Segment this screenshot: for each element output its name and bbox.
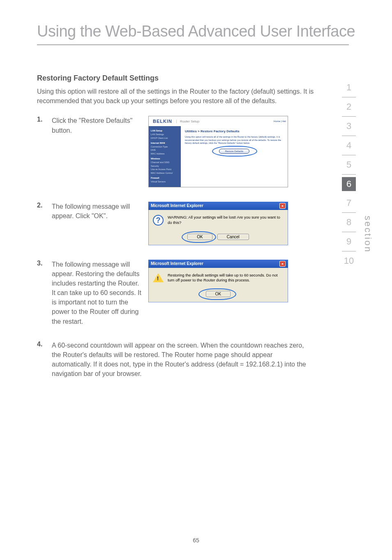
nav-group: Internet WAN bbox=[151, 141, 179, 145]
nav-item: Use as Access Point bbox=[151, 168, 179, 171]
ok-button[interactable]: OK bbox=[187, 234, 212, 240]
section-nav-item[interactable]: 10 bbox=[342, 251, 356, 270]
intro-paragraph: Using this option will restore all of th… bbox=[37, 87, 318, 106]
belkin-logo: BELKIN bbox=[149, 116, 176, 126]
page-title: Using the Web-Based Advanced User Interf… bbox=[0, 0, 392, 44]
section-nav-item[interactable]: 7 bbox=[342, 194, 356, 213]
section-nav: 1 2 3 4 5 6 7 8 9 10 bbox=[342, 78, 356, 270]
section-nav-item[interactable]: 5 bbox=[342, 155, 356, 175]
section-heading: Restoring Factory Default Settings bbox=[37, 74, 318, 83]
dialog-titlebar: Microsoft Internet Explorer × bbox=[148, 260, 288, 268]
question-icon: ? bbox=[153, 215, 164, 226]
nav-item: Virtual Servers bbox=[151, 180, 179, 184]
step-text: The following message will appear. Resto… bbox=[52, 260, 148, 326]
nav-item: DHCP Client List bbox=[151, 136, 179, 140]
dialog-message: WARNING: All your settings will be lost!… bbox=[168, 215, 284, 225]
nav-item: MAC Address bbox=[151, 152, 179, 156]
section-nav-item[interactable]: 3 bbox=[342, 117, 356, 136]
nav-group: Firewall bbox=[151, 176, 179, 180]
step-number: 2. bbox=[37, 202, 52, 209]
step-1: 1. Click the "Restore Defaults" button. … bbox=[37, 116, 318, 187]
step-number: 1. bbox=[37, 116, 52, 123]
nav-group: Wireless bbox=[151, 157, 179, 161]
warning-icon bbox=[153, 273, 164, 282]
nav-item: LAN Settings bbox=[151, 133, 179, 136]
router-sidebar: LAN Setup LAN Settings DHCP Client List … bbox=[149, 126, 181, 187]
restore-description: Using this option will restore all of th… bbox=[185, 136, 284, 144]
cancel-button[interactable]: Cancel bbox=[217, 234, 249, 240]
nav-item: DNS bbox=[151, 148, 179, 152]
section-nav-item[interactable]: 1 bbox=[342, 78, 356, 97]
step-text: A 60-second countdown will appear on the… bbox=[52, 341, 318, 379]
nav-item: Security bbox=[151, 164, 179, 168]
nav-group: LAN Setup bbox=[151, 129, 179, 133]
close-icon[interactable]: × bbox=[279, 261, 286, 267]
nav-item: Connection Type bbox=[151, 145, 179, 149]
section-nav-item[interactable]: 2 bbox=[342, 97, 356, 117]
page-number: 65 bbox=[0, 537, 392, 544]
dialog-message: Restoring the default settings will take… bbox=[168, 273, 284, 283]
step-number: 4. bbox=[37, 341, 52, 348]
breadcrumb: Utilities > Restore Factory Defaults bbox=[185, 129, 284, 133]
screenshot-restoring-dialog: Microsoft Internet Explorer × Restoring … bbox=[148, 260, 318, 303]
step-number: 3. bbox=[37, 260, 52, 267]
section-label: section bbox=[362, 216, 373, 253]
ok-button[interactable]: OK bbox=[206, 291, 231, 297]
main-content: Restoring Factory Default Settings Using… bbox=[0, 45, 392, 379]
step-text: Click the "Restore Defaults" button. bbox=[52, 116, 148, 135]
nav-item: Channel and SSID bbox=[151, 161, 179, 164]
screenshot-warning-dialog: Microsoft Internet Explorer × ? WARNING:… bbox=[148, 202, 318, 245]
home-help-link: Home | Hel bbox=[274, 120, 288, 122]
nav-item: MAC Address Control bbox=[151, 171, 179, 175]
restore-defaults-button[interactable]: Restore Defaults bbox=[219, 149, 250, 154]
dialog-title: Microsoft Internet Explorer bbox=[151, 203, 203, 208]
dialog-titlebar: Microsoft Internet Explorer × bbox=[148, 202, 288, 210]
section-nav-item-active[interactable]: 6 bbox=[342, 177, 356, 191]
section-nav-item[interactable]: 9 bbox=[342, 232, 356, 251]
step-text: The following message will appear. Click… bbox=[52, 202, 148, 221]
dialog-title: Microsoft Internet Explorer bbox=[151, 261, 203, 266]
screenshot-router-restore: BELKIN Router Setup Home | Hel LAN Setup… bbox=[148, 116, 318, 187]
router-setup-label: Router Setup bbox=[176, 120, 199, 123]
close-icon[interactable]: × bbox=[279, 203, 286, 209]
step-2: 2. The following message will appear. Cl… bbox=[37, 202, 318, 245]
step-4: 4. A 60-second countdown will appear on … bbox=[37, 341, 318, 379]
section-nav-item[interactable]: 4 bbox=[342, 136, 356, 155]
step-3: 3. The following message will appear. Re… bbox=[37, 260, 318, 326]
section-nav-item[interactable]: 8 bbox=[342, 213, 356, 232]
